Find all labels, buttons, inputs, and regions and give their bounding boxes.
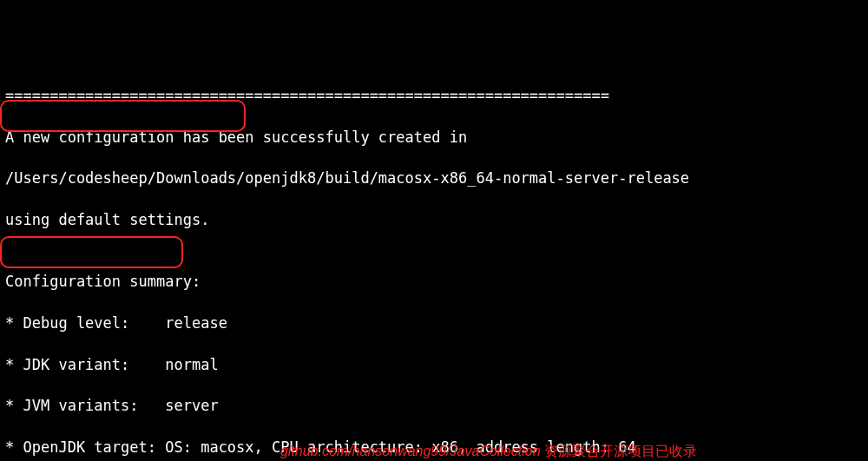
config-jvm-variants: * JVM variants: server xyxy=(5,396,863,417)
annotation-box-tools-summary xyxy=(0,236,183,268)
config-jdk-variant: * JDK variant: normal xyxy=(5,355,863,376)
config-summary-header: Configuration summary: xyxy=(5,272,863,293)
intro-line-1: A new configuration has been successfull… xyxy=(5,128,863,148)
intro-line-3: using default settings. xyxy=(5,210,863,231)
separator-line: ========================================… xyxy=(5,86,863,107)
config-openjdk-target: * OpenJDK target: OS: macosx, CPU archit… xyxy=(5,438,863,458)
config-debug-level: * Debug level: release xyxy=(5,313,863,334)
intro-line-2-path: /Users/codesheep/Downloads/openjdk8/buil… xyxy=(5,168,863,189)
